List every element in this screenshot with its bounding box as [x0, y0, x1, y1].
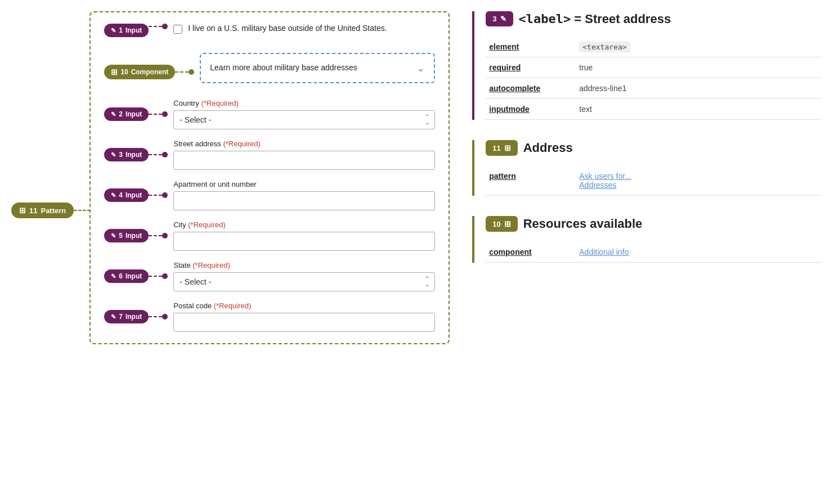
card-row-autocomplete: autocomplete address-line1	[486, 78, 822, 99]
pattern-badge[interactable]: ⊞ 11 Pattern	[11, 202, 74, 218]
node-type-3: Input	[125, 151, 142, 159]
card-street-edit-icon: ✎	[500, 15, 506, 23]
card-row-component: component Additional info	[486, 242, 822, 263]
card-val-autocomplete: address-line1	[576, 78, 822, 99]
dash-line-1	[149, 26, 162, 27]
card-key-required: required	[486, 57, 576, 78]
card-street-title-code: <label>	[519, 12, 571, 26]
hash-icon-10: ⊞	[111, 68, 118, 76]
addresses-link[interactable]: Addresses	[579, 181, 616, 190]
ask-users-link[interactable]: Ask users for...	[579, 172, 631, 181]
postal-required: (*Required)	[214, 302, 251, 310]
card-address-badge[interactable]: 11 ⊞	[486, 140, 517, 156]
form-row-6: ✎ 6 Input State (*Required) - Select -	[104, 261, 435, 291]
component-content: Learn more about military base addresses…	[200, 53, 435, 91]
dash-line-2	[149, 114, 162, 115]
apt-input[interactable]	[173, 191, 435, 210]
state-select-wrapper: - Select -	[173, 272, 435, 291]
dot-1	[162, 24, 168, 29]
dash-line-10	[175, 71, 189, 73]
card-resources-badge[interactable]: 10 ⊞	[486, 216, 517, 232]
country-required: (*Required)	[201, 99, 238, 107]
node-type-1: Input	[125, 26, 142, 34]
card-val-required: true	[576, 57, 822, 78]
card-street-header: 3 ✎ <label> = Street address	[486, 11, 822, 26]
form-row-1: ✎ 1 Input I live on a U.S. military base…	[104, 24, 435, 43]
info-card-resources: 10 ⊞ Resources available component Addit…	[472, 216, 822, 263]
card-row-element: element <textarea>	[486, 37, 822, 57]
postal-input[interactable]	[173, 313, 435, 332]
dot-3	[162, 152, 168, 158]
node-badge-1[interactable]: ✎ 1 Input	[104, 24, 149, 37]
node-badge-10[interactable]: ⊞ 10 Component	[104, 65, 175, 79]
dash-line-5	[149, 235, 162, 236]
card-resources-badge-number: 10	[492, 220, 500, 228]
node-badge-6[interactable]: ✎ 6 Input	[104, 269, 149, 283]
state-select[interactable]: - Select -	[173, 272, 435, 291]
connector-10	[175, 69, 194, 75]
form-row-2: ✎ 2 Input Country (*Required) - Select -	[104, 99, 435, 129]
card-address-header: 11 ⊞ Address	[486, 140, 822, 156]
card-key-inputmode: inputmode	[486, 99, 576, 120]
card-address-title: Address	[523, 141, 573, 155]
card-val-component: Additional info	[576, 242, 822, 263]
card-address-badge-number: 11	[492, 144, 500, 152]
node-badge-2[interactable]: ✎ 2 Input	[104, 107, 149, 121]
card-resources-table: component Additional info	[486, 242, 822, 263]
street-required: (*Required)	[223, 140, 260, 148]
node-type-7: Input	[125, 313, 142, 321]
street-label: Street address (*Required)	[173, 140, 435, 148]
main-layout: ⊞ 11 Pattern ✎ 1 Input	[11, 11, 822, 344]
edit-icon-1: ✎	[111, 27, 116, 34]
checkbox-row-content: I live on a U.S. military base outside o…	[173, 24, 435, 43]
component-box[interactable]: Learn more about military base addresses…	[200, 53, 435, 83]
node-type-6: Input	[125, 272, 142, 280]
chevron-down-icon: ⌄	[416, 62, 425, 74]
dash-line-4	[149, 195, 162, 196]
card-street-table: element <textarea> required true autocom…	[486, 37, 822, 120]
pattern-hash-icon: ⊞	[19, 206, 26, 215]
connector-3	[149, 152, 168, 158]
card-row-pattern: pattern Ask users for... Addresses	[486, 166, 822, 196]
edit-icon-7: ✎	[111, 313, 116, 321]
form-row-3: ✎ 3 Input Street address (*Required)	[104, 140, 435, 170]
card-val-element: <textarea>	[576, 37, 822, 57]
node-badge-4[interactable]: ✎ 4 Input	[104, 188, 149, 202]
state-label: State (*Required)	[173, 261, 435, 269]
dot-6	[162, 273, 168, 279]
component-box-text: Learn more about military base addresses	[210, 62, 357, 74]
city-input[interactable]	[173, 232, 435, 251]
card-street-badge[interactable]: 3 ✎	[486, 11, 513, 26]
node-number-3: 3	[119, 151, 123, 159]
state-field: State (*Required) - Select -	[173, 261, 435, 291]
pattern-badge-label: Pattern	[41, 206, 66, 215]
city-field: City (*Required)	[173, 220, 435, 251]
street-input[interactable]	[173, 151, 435, 170]
edit-icon-3: ✎	[111, 151, 116, 159]
country-select[interactable]: - Select -	[173, 110, 435, 129]
dash-line-6	[149, 276, 162, 277]
edit-icon-6: ✎	[111, 273, 116, 280]
form-row-5: ✎ 5 Input City (*Required)	[104, 220, 435, 251]
postal-field: Postal code (*Required)	[173, 302, 435, 332]
card-street-title: <label> = Street address	[519, 12, 671, 26]
connector-1	[149, 24, 168, 29]
additional-info-link[interactable]: Additional info	[579, 248, 629, 256]
apt-label: Apartment or unit number	[173, 180, 435, 188]
node-badge-3[interactable]: ✎ 3 Input	[104, 148, 149, 161]
postal-label: Postal code (*Required)	[173, 302, 435, 310]
country-select-wrapper: - Select -	[173, 110, 435, 129]
country-field: Country (*Required) - Select -	[173, 99, 435, 129]
form-row-7: ✎ 7 Input Postal code (*Required)	[104, 302, 435, 332]
node-badge-5[interactable]: ✎ 5 Input	[104, 229, 149, 242]
pattern-badge-col: ⊞ 11 Pattern	[11, 11, 91, 218]
card-val-pattern: Ask users for... Addresses	[576, 166, 822, 196]
military-base-checkbox[interactable]	[173, 25, 182, 34]
edit-icon-5: ✎	[111, 232, 116, 240]
card-resources-title: Resources available	[523, 217, 643, 231]
left-panel: ⊞ 11 Pattern ✎ 1 Input	[11, 11, 450, 344]
card-street-badge-number: 3	[492, 15, 496, 23]
node-badge-7[interactable]: ✎ 7 Input	[104, 310, 149, 323]
node-number-5: 5	[119, 232, 123, 240]
node-number-2: 2	[119, 110, 123, 118]
